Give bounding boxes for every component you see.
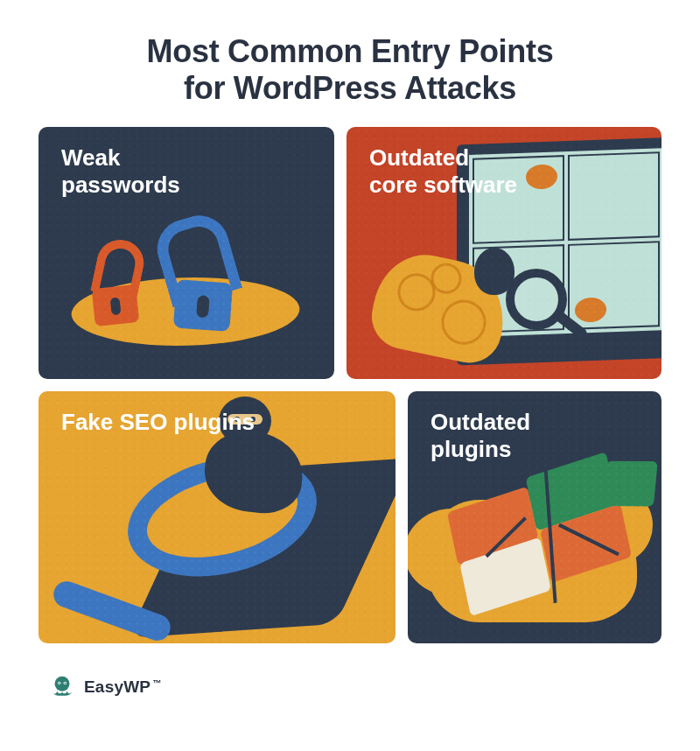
tile-outdated-core: Outdated core software bbox=[346, 127, 662, 379]
brand-name: EasyWP™ bbox=[84, 677, 161, 697]
tile-fake-seo-plugins: Fake SEO plugins bbox=[38, 391, 396, 643]
padlock-open-orange-icon bbox=[92, 284, 140, 326]
brand-text: EasyWP bbox=[84, 677, 150, 696]
bug-icon bbox=[575, 297, 606, 322]
svg-point-4 bbox=[64, 682, 66, 684]
trademark-symbol: ™ bbox=[152, 678, 161, 688]
tile-outdated-plugins: Outdated plugins bbox=[408, 391, 662, 643]
padlock-open-blue-icon bbox=[173, 279, 233, 332]
magnifying-glass-icon bbox=[506, 269, 576, 339]
title-line-1: Most Common Entry Points bbox=[147, 33, 554, 69]
tile-label: Outdated core software bbox=[369, 144, 517, 199]
tile-grid: Weak passwords Outdated core software bbox=[38, 127, 662, 643]
svg-point-3 bbox=[59, 682, 60, 684]
tile-row-2: Fake SEO plugins Outdated plugins bbox=[38, 391, 662, 643]
octopus-icon bbox=[49, 674, 75, 700]
svg-point-0 bbox=[55, 677, 70, 691]
tile-weak-passwords: Weak passwords bbox=[38, 127, 334, 379]
person-inspecting-icon bbox=[374, 216, 550, 379]
infographic-page: Most Common Entry Points for WordPress A… bbox=[0, 0, 700, 751]
bug-icon bbox=[526, 164, 557, 189]
tile-row-1: Weak passwords Outdated core software bbox=[38, 127, 662, 379]
tile-label: Outdated plugins bbox=[430, 409, 530, 463]
tile-label: Weak passwords bbox=[61, 144, 180, 199]
tile-label: Fake SEO plugins bbox=[61, 409, 255, 436]
brand-footer: EasyWP™ bbox=[38, 661, 662, 713]
page-title: Most Common Entry Points for WordPress A… bbox=[38, 33, 662, 108]
title-line-2: for WordPress Attacks bbox=[184, 70, 516, 106]
